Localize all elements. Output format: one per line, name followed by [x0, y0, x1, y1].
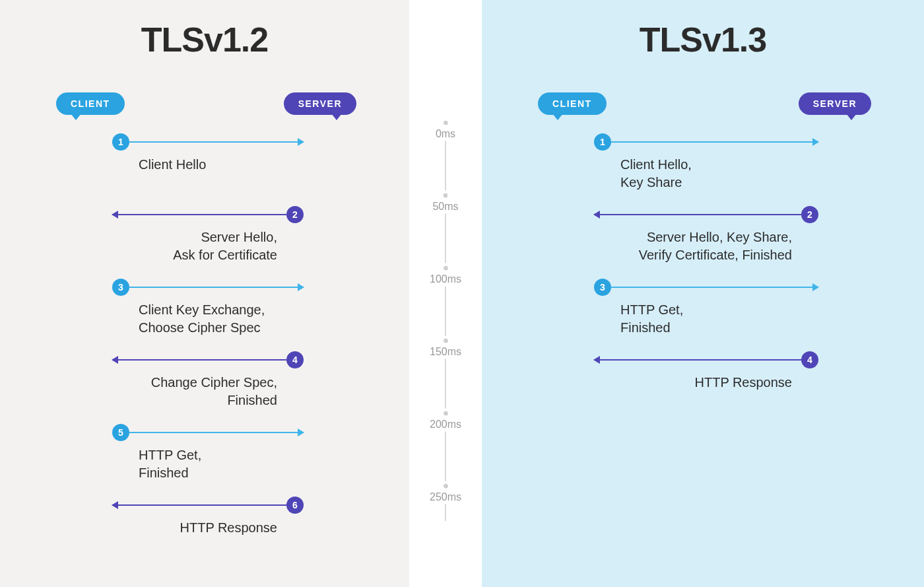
step-3: 3HTTP Get,Finished	[594, 279, 818, 337]
arrow-line	[611, 287, 818, 288]
arrow-head-icon	[298, 138, 304, 146]
arrow-head-icon	[298, 429, 304, 436]
client-badge: CLIENT	[56, 92, 125, 115]
arrow-line	[129, 432, 304, 433]
arrow-head-icon	[593, 211, 600, 219]
timeline-tick: 100ms	[427, 266, 464, 287]
timeline-line	[445, 131, 446, 521]
timeline-tick: 0ms	[433, 121, 458, 141]
arrow-head-icon	[112, 356, 118, 364]
arrow-left-icon: 2	[594, 206, 818, 223]
arrow-line	[594, 359, 801, 361]
tick-label: 250ms	[427, 490, 464, 504]
arrow-right-icon: 3	[112, 279, 304, 296]
tick-dot-icon	[444, 339, 448, 343]
timeline-tick: 50ms	[430, 193, 461, 214]
step-1: 1Client Hello,Key Share	[594, 133, 818, 191]
arrow-head-icon	[112, 211, 118, 219]
badges-row: CLIENT SERVER	[56, 92, 356, 115]
arrow-left-icon: 4	[112, 351, 304, 368]
step-number: 3	[594, 279, 611, 296]
timeline-tick: 200ms	[427, 411, 464, 432]
tick-label: 50ms	[430, 199, 461, 214]
tick-dot-icon	[444, 266, 448, 271]
steps-container-left: 1Client Hello2Server Hello,Ask for Certi…	[56, 127, 356, 549]
timeline-tick: 150ms	[427, 339, 464, 359]
tick-dot-icon	[444, 411, 448, 416]
step-label: Client Hello,Key Share	[594, 156, 818, 191]
client-badge: CLIENT	[538, 92, 607, 115]
arrow-line	[112, 504, 286, 506]
timeline-panel: 0ms50ms100ms150ms200ms250ms	[409, 0, 482, 587]
steps-container-right: 1Client Hello,Key Share2Server Hello, Ke…	[538, 127, 871, 549]
diagram-tls12: CLIENT SERVER 1Client Hello2Server Hello…	[0, 92, 409, 549]
step-number: 6	[286, 497, 304, 514]
step-label: HTTP Response	[112, 519, 304, 537]
tick-label: 0ms	[433, 127, 458, 141]
tick-label: 150ms	[427, 345, 464, 359]
step-number: 1	[112, 133, 129, 151]
arrow-left-icon: 4	[594, 351, 818, 368]
tick-dot-icon	[443, 121, 447, 125]
server-badge: SERVER	[284, 92, 356, 115]
diagram-tls13: CLIENT SERVER 1Client Hello,Key Share2Se…	[482, 92, 924, 549]
arrow-right-icon: 1	[594, 133, 818, 151]
arrow-head-icon	[812, 283, 819, 291]
step-number: 1	[594, 133, 611, 151]
step-number: 2	[286, 206, 304, 223]
server-badge: SERVER	[799, 92, 871, 115]
step-label: Client Hello	[112, 156, 304, 174]
step-number: 3	[112, 279, 129, 296]
arrow-line	[594, 214, 801, 215]
title-tls12: TLSv1.2	[0, 20, 409, 59]
step-number: 2	[801, 206, 818, 223]
arrow-left-icon: 6	[112, 497, 304, 514]
arrow-right-icon: 5	[112, 424, 304, 441]
step-label: Change Cipher Spec,Finished	[112, 374, 304, 409]
tick-label: 200ms	[427, 417, 464, 432]
arrow-line	[611, 141, 818, 143]
panel-tls13: TLSv1.3 CLIENT SERVER 1Client Hello,Key …	[482, 0, 924, 587]
step-2: 2Server Hello, Key Share,Verify Certific…	[594, 206, 818, 264]
arrow-line	[112, 214, 286, 215]
step-3: 3Client Key Exchange,Choose Cipher Spec	[112, 279, 304, 337]
tick-label: 100ms	[427, 272, 464, 287]
arrow-head-icon	[593, 356, 600, 364]
arrow-right-icon: 3	[594, 279, 818, 296]
step-6: 6HTTP Response	[112, 497, 304, 537]
arrow-line	[129, 141, 304, 143]
step-2: 2Server Hello,Ask for Certificate	[112, 206, 304, 264]
step-label: Server Hello,Ask for Certificate	[112, 228, 304, 264]
step-label: HTTP Get,Finished	[112, 446, 304, 482]
tick-dot-icon	[444, 193, 448, 198]
arrow-head-icon	[812, 138, 819, 146]
step-label: Server Hello, Key Share,Verify Certifica…	[594, 228, 818, 264]
step-label: Client Key Exchange,Choose Cipher Spec	[112, 301, 304, 337]
step-4: 4HTTP Response	[594, 351, 818, 392]
step-1: 1Client Hello	[112, 133, 304, 174]
timeline-tick: 250ms	[427, 484, 464, 504]
arrow-right-icon: 1	[112, 133, 304, 151]
arrow-head-icon	[112, 501, 118, 509]
arrow-head-icon	[298, 283, 304, 291]
arrow-line	[129, 287, 304, 288]
panel-tls12: TLSv1.2 CLIENT SERVER 1Client Hello2Serv…	[0, 0, 409, 587]
tick-dot-icon	[444, 484, 448, 489]
arrow-left-icon: 2	[112, 206, 304, 223]
arrow-line	[112, 359, 286, 361]
badges-row: CLIENT SERVER	[538, 92, 871, 115]
step-4: 4Change Cipher Spec,Finished	[112, 351, 304, 409]
step-label: HTTP Get,Finished	[594, 301, 818, 337]
step-5: 5HTTP Get,Finished	[112, 424, 304, 482]
step-number: 5	[112, 424, 129, 441]
step-number: 4	[801, 351, 818, 368]
step-number: 4	[286, 351, 304, 368]
step-label: HTTP Response	[594, 374, 818, 392]
title-tls13: TLSv1.3	[482, 20, 924, 59]
